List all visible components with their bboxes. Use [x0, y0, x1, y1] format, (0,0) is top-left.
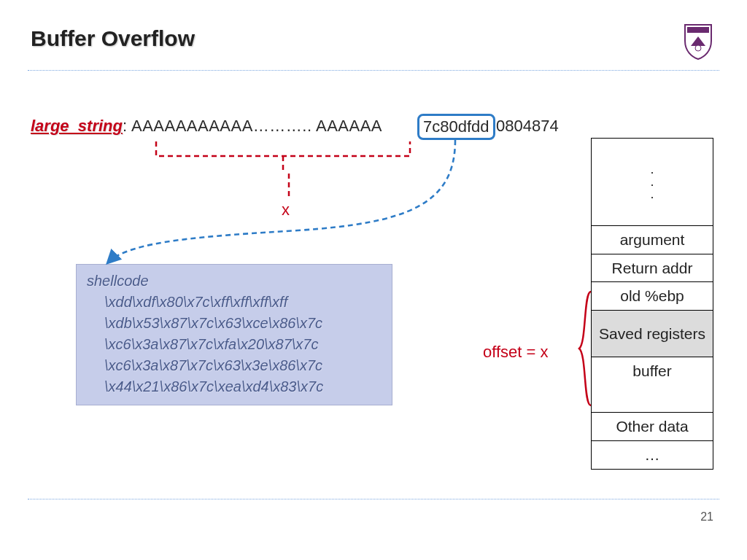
- slide-title: Buffer Overflow: [31, 26, 195, 51]
- divider-top: [28, 70, 719, 71]
- highlighted-address-box: 7c80dfdd: [417, 114, 495, 140]
- shellcode-line: \xc6\x3a\x87\x7c\xfa\x20\x87\x7c: [104, 334, 382, 355]
- shellcode-block: shellcode \xdd\xdf\x80\x7c\xff\xff\xff\x…: [76, 264, 392, 405]
- stack-cell-return-addr: Return addr: [591, 254, 713, 283]
- x-label: x: [282, 201, 290, 219]
- large-string-line: large_string: AAAAAAAAAAA……….. AAAAAA: [31, 117, 382, 136]
- large-string-label: large_string: [31, 117, 123, 135]
- shellcode-heading: shellcode: [87, 271, 382, 292]
- stack-cell-gap: [591, 385, 713, 413]
- stack-cell-ellipsis: …: [591, 440, 713, 470]
- offset-bracket: [578, 290, 592, 407]
- stack-cell-old-ebp: old %ebp: [591, 281, 713, 311]
- shellcode-line: \x44\x21\x86\x7c\xea\xd4\x83\x7c: [104, 376, 382, 397]
- shellcode-line: \xdd\xdf\x80\x7c\xff\xff\xff\xff: [104, 292, 382, 313]
- svg-point-0: [695, 45, 701, 51]
- divider-bottom: [28, 499, 719, 499]
- university-shield-logo: [683, 22, 713, 60]
- stack-cell-buffer: buffer: [591, 357, 713, 386]
- shellcode-line: \xc6\x3a\x87\x7c\x63\x3e\x86\x7c: [104, 355, 382, 376]
- stack-cell-saved-registers: Saved registers: [591, 310, 713, 358]
- stack-diagram: . . . argument Return addr old %ebp Save…: [591, 139, 713, 470]
- large-string-prefix: AAAAAAAAAAA……….. AAAAAA: [131, 117, 382, 135]
- shellcode-line: \xdb\x53\x87\x7c\x63\xce\x86\x7c: [104, 313, 382, 334]
- offset-label: offset = x: [483, 343, 548, 362]
- large-string-suffix: 0804874: [496, 117, 559, 136]
- large-string-colon: :: [123, 117, 131, 135]
- stack-cell-argument: argument: [591, 225, 713, 254]
- stack-cell-other-data: Other data: [591, 412, 713, 441]
- page-number: 21: [700, 510, 713, 524]
- stack-cell-dots: . . .: [591, 138, 713, 227]
